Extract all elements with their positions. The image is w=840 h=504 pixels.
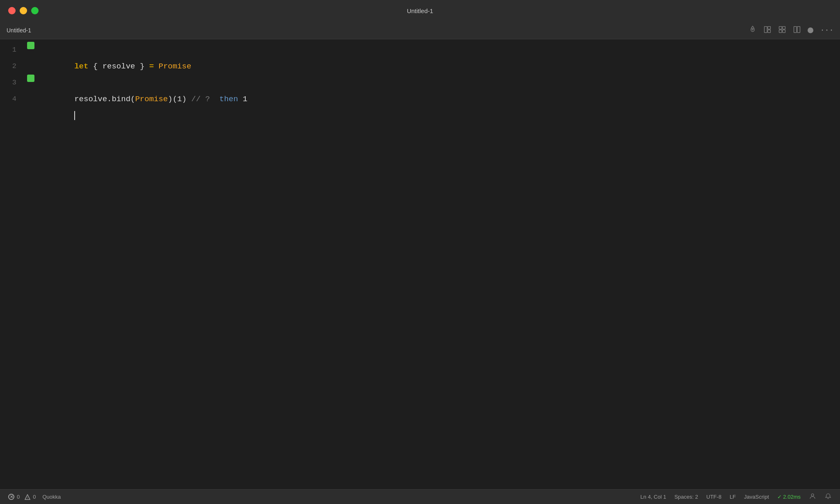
class-promise: Promise (159, 62, 192, 71)
window-title: Untitled-1 (407, 7, 433, 14)
error-indicator[interactable]: ✕ 0 ! 0 (8, 494, 36, 500)
status-right: Ln 4, Col 1 Spaces: 2 UTF-8 LF JavaScrip… (640, 493, 832, 502)
title-bar: Untitled-1 (0, 0, 840, 21)
split-svg (793, 25, 801, 34)
status-left: ✕ 0 ! 0 Quokka (8, 494, 61, 500)
svg-rect-5 (779, 30, 782, 32)
line-number-3: 3 (0, 75, 25, 91)
tab-actions: ··· (749, 25, 833, 35)
editor-area[interactable]: 1 let { resolve } = Promise 2 3 resolve.… (0, 39, 840, 489)
more-icon[interactable]: ··· (820, 26, 833, 34)
cursor-position[interactable]: Ln 4, Col 1 (640, 494, 666, 500)
cursor (74, 111, 75, 120)
keyword-eq: = (149, 62, 154, 71)
line-code-4 (37, 91, 840, 140)
language-indicator[interactable]: JavaScript (744, 494, 769, 500)
close-button[interactable] (8, 7, 16, 14)
svg-rect-8 (797, 26, 800, 32)
minimize-button[interactable] (20, 7, 27, 14)
spaces-indicator[interactable]: Spaces: 2 (674, 494, 698, 500)
flame-icon[interactable] (749, 25, 757, 35)
svg-rect-7 (794, 26, 797, 32)
notification-icon[interactable] (824, 493, 832, 501)
warning-icon: ! (25, 494, 30, 500)
split-icon[interactable] (793, 25, 801, 35)
space1 (154, 62, 158, 71)
run-dot-3 (25, 75, 37, 82)
account-icon[interactable] (809, 493, 816, 502)
line-ending-indicator[interactable]: LF (730, 494, 736, 500)
unsaved-dot (808, 27, 813, 33)
svg-rect-6 (783, 30, 785, 32)
plugin-label[interactable]: Quokka (42, 494, 61, 500)
line-4: 4 (0, 91, 840, 107)
keyword-let: let (74, 62, 88, 71)
person-svg (809, 493, 816, 500)
status-bar: ✕ 0 ! 0 Quokka Ln 4, Col 1 Spaces: 2 UTF… (0, 489, 840, 504)
line-1: 1 let { resolve } = Promise (0, 42, 840, 58)
bell-svg (824, 493, 832, 500)
tab-title[interactable]: Untitled-1 (7, 27, 31, 34)
layout1-icon[interactable] (763, 25, 772, 35)
layout2-svg (778, 25, 786, 34)
svg-point-11 (811, 494, 814, 496)
svg-rect-1 (768, 26, 771, 29)
run-dot-1 (25, 42, 37, 49)
line-number-2: 2 (0, 58, 25, 75)
var-resolve: resolve (103, 62, 135, 71)
svg-rect-3 (779, 26, 782, 29)
code-content: 1 let { resolve } = Promise 2 3 resolve.… (0, 39, 840, 489)
error-icon: ✕ (8, 494, 14, 500)
svg-rect-0 (764, 26, 767, 32)
layout2-icon[interactable] (778, 25, 786, 35)
layout1-svg (763, 25, 772, 34)
flame-svg (749, 25, 757, 34)
punct-brace-close: } (135, 62, 149, 71)
maximize-button[interactable] (31, 7, 39, 14)
line-number-1: 1 (0, 42, 25, 58)
svg-rect-2 (768, 30, 771, 32)
quokka-dot-1 (27, 42, 34, 49)
svg-rect-4 (783, 26, 785, 29)
encoding-indicator[interactable]: UTF-8 (706, 494, 721, 500)
traffic-lights (8, 7, 39, 14)
timing-indicator[interactable]: ✓ 2.02ms (777, 494, 801, 500)
error-count: 0 (17, 494, 20, 500)
warn-count: 0 (33, 494, 36, 500)
punct-brace-open: { (88, 62, 102, 71)
line-3: 3 resolve.bind(Promise)(1) // ? then 1 (0, 75, 840, 91)
quokka-dot-3 (27, 75, 34, 82)
svg-text:!: ! (27, 496, 28, 499)
line-number-4: 4 (0, 91, 25, 107)
tab-bar: Untitled-1 (0, 21, 840, 39)
